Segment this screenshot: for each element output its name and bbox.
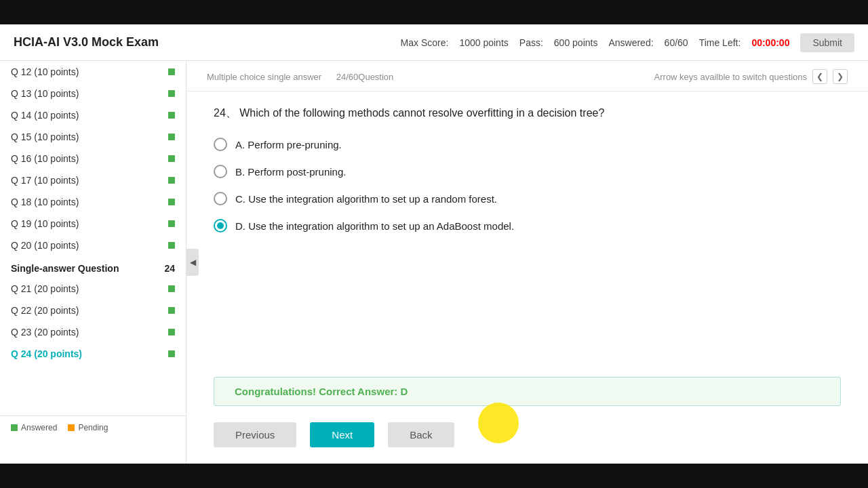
bottom-bar: [0, 464, 868, 488]
answered-label: Answered: [21, 423, 57, 432]
sidebar-bottom-questions: Q 21 (20 points)Q 22 (20 points)Q 23 (20…: [0, 278, 186, 365]
question-progress: 24/60Question: [336, 72, 394, 82]
answered-icon: [11, 424, 18, 431]
status-dot: [168, 220, 175, 227]
question-type: Multiple choice single answer: [207, 72, 321, 82]
status-dot: [168, 68, 175, 75]
answered-value: 60/60: [665, 37, 688, 48]
question-text: 24、 Which of the following methods canno…: [214, 105, 841, 121]
radio-outer-B: [214, 165, 227, 178]
next-button[interactable]: Next: [310, 422, 374, 447]
page-title: HCIA-AI V3.0 Mock Exam: [14, 35, 159, 49]
pass-value: 600 points: [554, 37, 598, 48]
content-area: Multiple choice single answer 24/60Quest…: [186, 61, 868, 464]
sidebar-item-q12[interactable]: Q 12 (10 points): [0, 61, 186, 83]
question-content: Which of the following methods cannot re…: [239, 107, 604, 119]
nav-buttons: Previous Next Back: [186, 406, 868, 464]
pending-icon: [68, 424, 75, 431]
sidebar-item-q23[interactable]: Q 23 (20 points): [0, 321, 186, 343]
previous-button[interactable]: Previous: [214, 422, 296, 447]
option-text-B: B. Perform post-pruning.: [235, 166, 346, 178]
time-left-value: 00:00:00: [751, 37, 789, 48]
option-text-D: D. Use the integration algorithm to set …: [235, 220, 514, 232]
question-body: 24、 Which of the following methods canno…: [186, 92, 868, 377]
status-dot: [168, 112, 175, 119]
legend-answered: Answered: [11, 423, 57, 432]
status-dot: [168, 242, 175, 249]
sidebar-item-q22[interactable]: Q 22 (20 points): [0, 300, 186, 321]
status-dot: [168, 285, 175, 292]
prev-arrow-button[interactable]: ❮: [812, 69, 827, 84]
sidebar-item-q24[interactable]: Q 24 (20 points): [0, 343, 186, 365]
status-dot: [168, 155, 175, 162]
sidebar-item-q17[interactable]: Q 17 (10 points): [0, 169, 186, 191]
pending-label: Pending: [78, 423, 108, 432]
legend-pending: Pending: [68, 423, 108, 432]
question-type-progress: Multiple choice single answer 24/60Quest…: [207, 72, 393, 82]
legend: Answered Pending: [0, 415, 186, 439]
radio-outer-A: [214, 138, 227, 151]
sidebar: Q 12 (10 points)Q 13 (10 points)Q 14 (10…: [0, 61, 186, 464]
max-score-value: 1000 points: [459, 37, 508, 48]
header-meta: Max Score: 1000 points Pass: 600 points …: [401, 33, 854, 52]
question-number: 24、: [214, 107, 237, 119]
options-container: A. Perform pre-pruning.B. Perform post-p…: [214, 138, 841, 232]
submit-button[interactable]: Submit: [800, 33, 854, 52]
radio-outer-D: [214, 219, 227, 232]
option-text-A: A. Perform pre-pruning.: [235, 139, 342, 150]
main-layout: Q 12 (10 points)Q 13 (10 points)Q 14 (10…: [0, 61, 868, 464]
status-dot: [168, 350, 175, 357]
max-score-label: Max Score:: [401, 37, 449, 48]
collapse-sidebar-button[interactable]: ◀: [186, 249, 199, 276]
sidebar-item-q19[interactable]: Q 19 (10 points): [0, 213, 186, 235]
correct-answer-text: Congratulations! Correct Answer: D: [235, 386, 408, 397]
correct-answer-banner: Congratulations! Correct Answer: D: [214, 377, 841, 406]
pass-label: Pass:: [519, 37, 543, 48]
option-C[interactable]: C. Use the integration algorithm to set …: [214, 192, 841, 205]
sidebar-item-q16[interactable]: Q 16 (10 points): [0, 148, 186, 169]
back-button[interactable]: Back: [388, 422, 454, 447]
answered-label: Answered:: [608, 37, 653, 48]
status-dot: [168, 134, 175, 140]
sidebar-section-header: Single-answer Question 24: [0, 256, 186, 278]
radio-outer-C: [214, 192, 227, 205]
question-header: Multiple choice single answer 24/60Quest…: [186, 61, 868, 92]
radio-inner-D: [217, 222, 224, 229]
option-text-C: C. Use the integration algorithm to set …: [235, 193, 497, 205]
option-D[interactable]: D. Use the integration algorithm to set …: [214, 219, 841, 232]
status-dot: [168, 90, 175, 97]
nav-hint: Arrow keys availble to switch questions: [654, 72, 807, 82]
option-B[interactable]: B. Perform post-pruning.: [214, 165, 841, 178]
header: HCIA-AI V3.0 Mock Exam Max Score: 1000 p…: [0, 24, 868, 61]
time-left-label: Time Left:: [699, 37, 741, 48]
sidebar-top-questions: Q 12 (10 points)Q 13 (10 points)Q 14 (10…: [0, 61, 186, 256]
status-dot: [168, 307, 175, 314]
sidebar-item-q18[interactable]: Q 18 (10 points): [0, 191, 186, 213]
status-dot: [168, 329, 175, 336]
sidebar-item-q15[interactable]: Q 15 (10 points): [0, 126, 186, 148]
section-count: 24: [164, 263, 175, 274]
status-dot: [168, 177, 175, 184]
sidebar-item-q14[interactable]: Q 14 (10 points): [0, 104, 186, 126]
section-label: Single-answer Question: [11, 263, 119, 274]
sidebar-item-q21[interactable]: Q 21 (20 points): [0, 278, 186, 300]
status-dot: [168, 199, 175, 205]
question-nav: Arrow keys availble to switch questions …: [654, 69, 848, 84]
next-arrow-button[interactable]: ❯: [833, 69, 848, 84]
option-A[interactable]: A. Perform pre-pruning.: [214, 138, 841, 151]
sidebar-item-q20[interactable]: Q 20 (10 points): [0, 235, 186, 256]
top-bar: [0, 0, 868, 24]
sidebar-item-q13[interactable]: Q 13 (10 points): [0, 83, 186, 104]
